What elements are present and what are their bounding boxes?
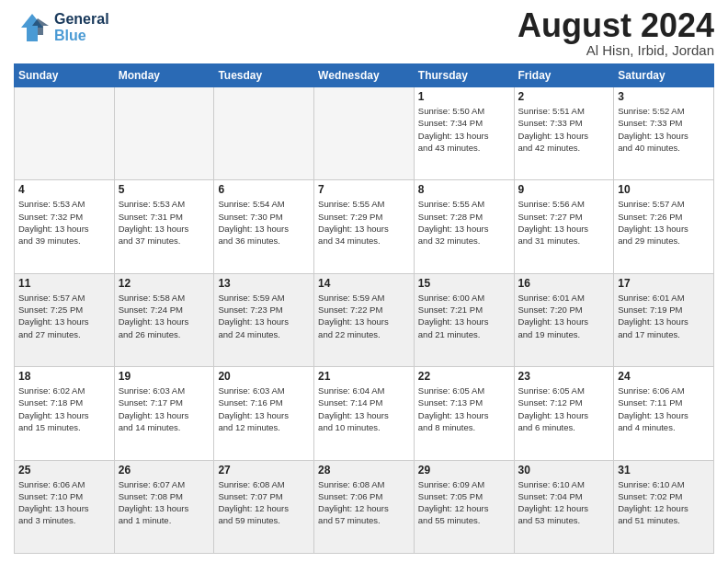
calendar-day-cell: 8Sunrise: 5:55 AM Sunset: 7:28 PM Daylig… <box>414 180 514 273</box>
calendar-day-cell: 30Sunrise: 6:10 AM Sunset: 7:04 PM Dayli… <box>514 460 614 553</box>
calendar-week-row: 11Sunrise: 5:57 AM Sunset: 7:25 PM Dayli… <box>15 273 714 366</box>
day-info: Sunrise: 5:58 AM Sunset: 7:24 PM Dayligh… <box>119 292 210 340</box>
day-number: 10 <box>618 183 710 196</box>
day-info: Sunrise: 5:59 AM Sunset: 7:22 PM Dayligh… <box>318 292 410 340</box>
calendar-day-cell: 11Sunrise: 5:57 AM Sunset: 7:25 PM Dayli… <box>15 273 115 366</box>
calendar-day-cell: 5Sunrise: 5:53 AM Sunset: 7:31 PM Daylig… <box>114 180 214 273</box>
calendar-day-cell: 2Sunrise: 5:51 AM Sunset: 7:33 PM Daylig… <box>514 87 614 180</box>
day-info: Sunrise: 6:01 AM Sunset: 7:19 PM Dayligh… <box>618 292 710 340</box>
day-info: Sunrise: 6:04 AM Sunset: 7:14 PM Dayligh… <box>318 385 410 433</box>
calendar-day-cell: 31Sunrise: 6:10 AM Sunset: 7:02 PM Dayli… <box>614 460 714 553</box>
location: Al Hisn, Irbid, Jordan <box>518 42 714 58</box>
day-number: 31 <box>618 464 710 477</box>
logo-icon <box>14 9 51 46</box>
day-info: Sunrise: 5:57 AM Sunset: 7:25 PM Dayligh… <box>18 292 110 340</box>
calendar-week-row: 4Sunrise: 5:53 AM Sunset: 7:32 PM Daylig… <box>15 180 714 273</box>
day-number: 5 <box>119 183 210 196</box>
day-info: Sunrise: 6:01 AM Sunset: 7:20 PM Dayligh… <box>518 292 610 340</box>
calendar-week-row: 25Sunrise: 6:06 AM Sunset: 7:10 PM Dayli… <box>15 460 714 553</box>
calendar-day-cell: 13Sunrise: 5:59 AM Sunset: 7:23 PM Dayli… <box>214 273 314 366</box>
day-info: Sunrise: 6:06 AM Sunset: 7:10 PM Dayligh… <box>18 478 110 527</box>
calendar-day-cell: 10Sunrise: 5:57 AM Sunset: 7:26 PM Dayli… <box>614 180 714 273</box>
day-number: 15 <box>418 277 510 290</box>
calendar-day-cell: 26Sunrise: 6:07 AM Sunset: 7:08 PM Dayli… <box>114 460 214 553</box>
day-number: 25 <box>18 464 110 477</box>
day-number: 7 <box>318 183 410 196</box>
calendar-day-cell: 17Sunrise: 6:01 AM Sunset: 7:19 PM Dayli… <box>614 273 714 366</box>
day-info: Sunrise: 6:05 AM Sunset: 7:12 PM Dayligh… <box>518 385 610 433</box>
logo-general-text: General <box>54 11 109 28</box>
day-info: Sunrise: 5:57 AM Sunset: 7:26 PM Dayligh… <box>618 198 710 247</box>
day-number: 21 <box>318 370 410 383</box>
calendar-day-cell: 14Sunrise: 5:59 AM Sunset: 7:22 PM Dayli… <box>314 273 415 366</box>
calendar-day-cell: 15Sunrise: 6:00 AM Sunset: 7:21 PM Dayli… <box>414 273 514 366</box>
day-info: Sunrise: 6:02 AM Sunset: 7:18 PM Dayligh… <box>18 385 110 433</box>
day-number: 20 <box>218 370 310 383</box>
title-area: August 2024 Al Hisn, Irbid, Jordan <box>518 9 714 58</box>
calendar-day-cell: 29Sunrise: 6:09 AM Sunset: 7:05 PM Dayli… <box>414 460 514 553</box>
day-number: 29 <box>418 464 510 477</box>
day-number: 19 <box>119 370 210 383</box>
calendar-day-cell: 1Sunrise: 5:50 AM Sunset: 7:34 PM Daylig… <box>414 87 514 180</box>
day-of-week-header: Tuesday <box>214 64 314 87</box>
calendar-day-cell: 6Sunrise: 5:54 AM Sunset: 7:30 PM Daylig… <box>214 180 314 273</box>
page: General Blue August 2024 Al Hisn, Irbid,… <box>0 0 728 563</box>
calendar-day-cell: 19Sunrise: 6:03 AM Sunset: 7:17 PM Dayli… <box>114 367 214 460</box>
calendar-day-cell: 9Sunrise: 5:56 AM Sunset: 7:27 PM Daylig… <box>514 180 614 273</box>
day-info: Sunrise: 6:08 AM Sunset: 7:06 PM Dayligh… <box>318 478 410 527</box>
day-info: Sunrise: 5:53 AM Sunset: 7:31 PM Dayligh… <box>119 198 210 247</box>
day-of-week-header: Sunday <box>15 64 115 87</box>
day-info: Sunrise: 6:09 AM Sunset: 7:05 PM Dayligh… <box>418 478 510 527</box>
day-number: 1 <box>418 90 510 103</box>
day-number: 9 <box>518 183 610 196</box>
day-info: Sunrise: 5:50 AM Sunset: 7:34 PM Dayligh… <box>418 105 510 154</box>
calendar-day-cell: 12Sunrise: 5:58 AM Sunset: 7:24 PM Dayli… <box>114 273 214 366</box>
day-info: Sunrise: 5:52 AM Sunset: 7:33 PM Dayligh… <box>618 105 710 154</box>
day-number: 16 <box>518 277 610 290</box>
day-info: Sunrise: 5:55 AM Sunset: 7:28 PM Dayligh… <box>418 198 510 247</box>
day-info: Sunrise: 6:03 AM Sunset: 7:16 PM Dayligh… <box>218 385 310 433</box>
calendar-day-cell: 22Sunrise: 6:05 AM Sunset: 7:13 PM Dayli… <box>414 367 514 460</box>
calendar-day-cell: 25Sunrise: 6:06 AM Sunset: 7:10 PM Dayli… <box>15 460 115 553</box>
calendar-day-cell: 24Sunrise: 6:06 AM Sunset: 7:11 PM Dayli… <box>614 367 714 460</box>
day-number: 23 <box>518 370 610 383</box>
calendar-header-row: SundayMondayTuesdayWednesdayThursdayFrid… <box>15 64 714 87</box>
day-of-week-header: Saturday <box>614 64 714 87</box>
day-number: 18 <box>18 370 110 383</box>
day-number: 13 <box>218 277 310 290</box>
calendar-week-row: 18Sunrise: 6:02 AM Sunset: 7:18 PM Dayli… <box>15 367 714 460</box>
day-number: 28 <box>318 464 410 477</box>
calendar-day-cell: 7Sunrise: 5:55 AM Sunset: 7:29 PM Daylig… <box>314 180 415 273</box>
calendar-day-cell <box>114 87 214 180</box>
calendar-day-cell <box>214 87 314 180</box>
day-info: Sunrise: 6:10 AM Sunset: 7:02 PM Dayligh… <box>618 478 710 527</box>
day-info: Sunrise: 6:00 AM Sunset: 7:21 PM Dayligh… <box>418 292 510 340</box>
day-info: Sunrise: 6:07 AM Sunset: 7:08 PM Dayligh… <box>119 478 210 527</box>
day-info: Sunrise: 5:54 AM Sunset: 7:30 PM Dayligh… <box>218 198 310 247</box>
calendar-day-cell: 20Sunrise: 6:03 AM Sunset: 7:16 PM Dayli… <box>214 367 314 460</box>
day-info: Sunrise: 6:03 AM Sunset: 7:17 PM Dayligh… <box>119 385 210 433</box>
day-info: Sunrise: 6:05 AM Sunset: 7:13 PM Dayligh… <box>418 385 510 433</box>
logo-blue-text: Blue <box>54 28 109 44</box>
day-number: 8 <box>418 183 510 196</box>
day-info: Sunrise: 6:08 AM Sunset: 7:07 PM Dayligh… <box>218 478 310 527</box>
day-number: 14 <box>318 277 410 290</box>
day-number: 24 <box>618 370 710 383</box>
day-number: 30 <box>518 464 610 477</box>
day-number: 17 <box>618 277 710 290</box>
calendar-day-cell: 16Sunrise: 6:01 AM Sunset: 7:20 PM Dayli… <box>514 273 614 366</box>
header: General Blue August 2024 Al Hisn, Irbid,… <box>14 9 714 58</box>
day-number: 3 <box>618 90 710 103</box>
day-info: Sunrise: 5:55 AM Sunset: 7:29 PM Dayligh… <box>318 198 410 247</box>
day-of-week-header: Friday <box>514 64 614 87</box>
day-info: Sunrise: 5:59 AM Sunset: 7:23 PM Dayligh… <box>218 292 310 340</box>
day-info: Sunrise: 6:10 AM Sunset: 7:04 PM Dayligh… <box>518 478 610 527</box>
day-number: 12 <box>119 277 210 290</box>
day-info: Sunrise: 5:56 AM Sunset: 7:27 PM Dayligh… <box>518 198 610 247</box>
logo-text: General Blue <box>54 11 109 43</box>
calendar-day-cell: 21Sunrise: 6:04 AM Sunset: 7:14 PM Dayli… <box>314 367 415 460</box>
day-number: 22 <box>418 370 510 383</box>
calendar-day-cell <box>314 87 415 180</box>
month-title: August 2024 <box>518 9 714 42</box>
calendar-day-cell: 23Sunrise: 6:05 AM Sunset: 7:12 PM Dayli… <box>514 367 614 460</box>
